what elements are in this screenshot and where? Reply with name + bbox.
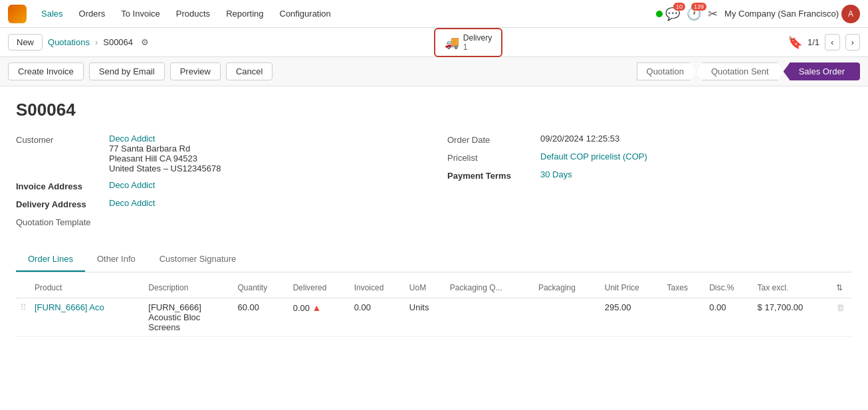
form-grid: Customer Deco Addict 77 Santa Barbara Rd… (16, 134, 852, 234)
customer-row: Customer Deco Addict 77 Santa Barbara Rd… (16, 134, 421, 173)
col-tax-excl: Tax excl. (754, 278, 832, 298)
col-delivered: Delivered (289, 278, 350, 298)
row-uom[interactable]: Units (405, 298, 446, 337)
order-lines-table: Product Description Quantity Delivered I… (16, 278, 852, 337)
row-disc[interactable]: 0.00 (705, 298, 753, 337)
order-date-value: 09/20/2024 12:25:53 (540, 134, 619, 144)
columns-icon[interactable]: ⇅ (836, 283, 843, 292)
row-delete[interactable]: 🗑 (832, 298, 852, 337)
col-taxes: Taxes (663, 278, 706, 298)
breadcrumb-bar: New Quotations › S00064 ⚙ 🚚 Delivery 1 🔖… (0, 28, 868, 57)
preview-button[interactable]: Preview (170, 62, 221, 80)
status-dot (656, 11, 663, 17)
col-unit-price: Unit Price (601, 278, 663, 298)
col-packaging: Packaging (534, 278, 601, 298)
customer-address-1: 77 Santa Barbara Rd (109, 144, 221, 154)
nav-item-sales[interactable]: Sales (35, 5, 70, 23)
nav-item-products[interactable]: Products (169, 5, 217, 23)
delivery-address-value[interactable]: Deco Addict (109, 198, 155, 208)
updates-badge: 139 (691, 3, 706, 11)
bookmark-icon[interactable]: 🔖 (788, 35, 802, 50)
create-invoice-button[interactable]: Create Invoice (8, 62, 84, 80)
col-actions: ⇅ (832, 278, 852, 298)
customer-address-2: Pleasant Hill CA 94523 (109, 154, 221, 163)
nav-item-configuration[interactable]: Configuration (273, 5, 338, 23)
table-section: Product Description Quantity Delivered I… (16, 278, 852, 337)
send-by-email-button[interactable]: Send by Email (89, 62, 165, 80)
nav-item-orders[interactable]: Orders (72, 5, 112, 23)
table-row: ⠿ [FURN_6666] Aco [FURN_6666] Acoustic B… (16, 298, 852, 337)
delivery-label: Delivery (463, 33, 492, 43)
invoice-address-label: Invoice Address (16, 180, 109, 191)
tabs-bar: Order Lines Other Info Customer Signatur… (16, 247, 852, 272)
col-uom: UoM (405, 278, 446, 298)
col-description: Description (144, 278, 233, 298)
status-step-sales-order[interactable]: Sales Order (784, 62, 860, 80)
avatar[interactable]: A (841, 5, 860, 23)
main-content: S00064 Customer Deco Addict 77 Santa Bar… (0, 86, 868, 406)
quotation-template-label: Quotation Template (16, 216, 109, 227)
payment-terms-value[interactable]: 30 Days (540, 169, 572, 179)
delivery-truck-icon: 🚚 (445, 35, 459, 50)
notifications-badge: 10 (673, 3, 685, 11)
prev-arrow[interactable]: ‹ (825, 34, 839, 51)
row-handle[interactable]: ⠿ (16, 298, 31, 337)
order-date-row: Order Date 09/20/2024 12:25:53 (447, 134, 852, 145)
breadcrumb-current: S00064 (103, 37, 133, 47)
payment-terms-label: Payment Terms (447, 169, 540, 181)
settings-icon[interactable]: ✂ (708, 7, 718, 21)
delivery-count: 1 (463, 43, 492, 52)
customer-label: Customer (16, 134, 109, 145)
payment-terms-row: Payment Terms 30 Days (447, 169, 852, 181)
order-title: S00064 (16, 100, 852, 120)
action-bar: Create Invoice Send by Email Preview Can… (0, 57, 868, 86)
customer-address-3: United States – US12345678 (109, 163, 221, 173)
status-step-quotation[interactable]: Quotation (637, 62, 697, 80)
row-invoiced: 0.00 (350, 298, 405, 337)
row-description: [FURN_6666] Acoustic Bloc Screens (144, 298, 233, 337)
row-taxes[interactable] (663, 298, 706, 337)
notifications-icon[interactable]: 💬 10 (665, 7, 680, 21)
nav-item-toinvoice[interactable]: To Invoice (114, 5, 167, 23)
cancel-button[interactable]: Cancel (226, 62, 272, 80)
gear-icon[interactable]: ⚙ (141, 37, 149, 47)
quotation-template-row: Quotation Template (16, 216, 421, 227)
new-button[interactable]: New (8, 34, 43, 51)
row-product[interactable]: [FURN_6666] Aco (31, 298, 144, 337)
customer-info: Deco Addict 77 Santa Barbara Rd Pleasant… (109, 134, 221, 173)
breadcrumb-separator: › (95, 37, 98, 47)
row-packaging[interactable] (534, 298, 601, 337)
col-packaging-qty: Packaging Q... (446, 278, 534, 298)
logo[interactable] (8, 5, 27, 23)
delivery-button[interactable]: 🚚 Delivery 1 (434, 28, 502, 57)
row-tax-excl: $ 17,700.00 (754, 298, 832, 337)
tab-customer-signature[interactable]: Customer Signature (148, 247, 249, 272)
col-product: Product (31, 278, 144, 298)
page-info: 1/1 (808, 37, 819, 47)
customer-name[interactable]: Deco Addict (109, 134, 221, 144)
delivery-info: Delivery 1 (463, 33, 492, 52)
next-arrow[interactable]: › (845, 34, 860, 51)
tab-order-lines[interactable]: Order Lines (16, 247, 85, 272)
pricelist-row: Pricelist Default COP pricelist (COP) (447, 152, 852, 163)
nav-item-reporting[interactable]: Reporting (219, 5, 270, 23)
row-quantity[interactable]: 60.00 (233, 298, 288, 337)
invoice-address-value[interactable]: Deco Addict (109, 180, 155, 190)
status-step-sent[interactable]: Quotation Sent (696, 62, 784, 80)
col-invoiced: Invoiced (350, 278, 405, 298)
top-nav: Sales Orders To Invoice Products Reporti… (0, 0, 868, 28)
status-pipeline: Quotation Quotation Sent Sales Order (637, 62, 860, 80)
breadcrumb-parent[interactable]: Quotations (48, 37, 90, 47)
delivery-address-row: Delivery Address Deco Addict (16, 198, 421, 209)
row-delivered: 0.00 ▲ (289, 298, 350, 337)
pricelist-value[interactable]: Default COP pricelist (COP) (540, 152, 647, 161)
order-date-label: Order Date (447, 134, 540, 145)
col-disc: Disc.% (705, 278, 753, 298)
col-quantity: Quantity (233, 278, 288, 298)
col-handle (16, 278, 31, 298)
company-name: My Company (San Francisco) (724, 9, 839, 19)
row-unit-price[interactable]: 295.00 (601, 298, 663, 337)
row-packaging-qty[interactable] (446, 298, 534, 337)
tab-other-info[interactable]: Other Info (85, 247, 148, 272)
updates-icon[interactable]: 🕐 139 (687, 7, 701, 21)
